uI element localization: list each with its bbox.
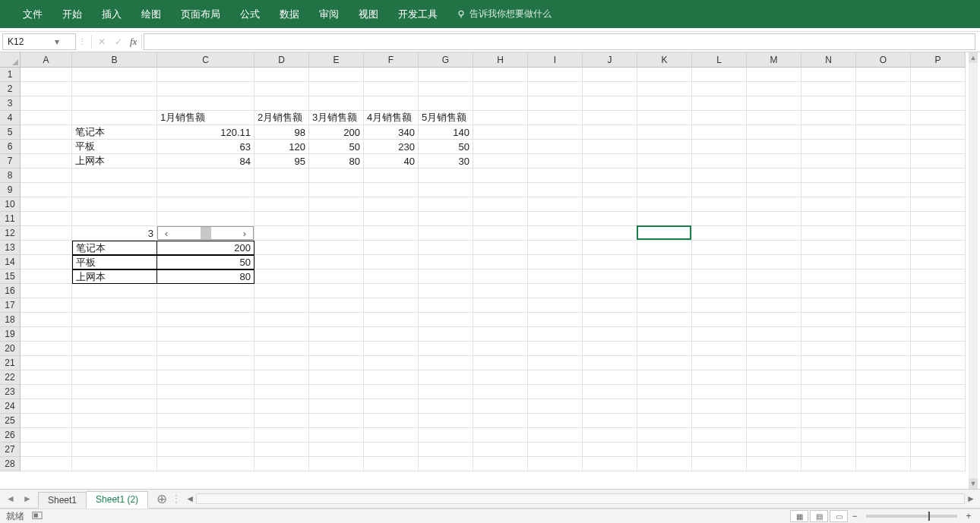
cell-I23[interactable]	[528, 385, 583, 399]
cell-N16[interactable]	[801, 284, 856, 298]
cell-F20[interactable]	[364, 342, 419, 356]
cell-C25[interactable]	[157, 414, 254, 428]
cell-N4[interactable]	[801, 111, 856, 125]
cell-L19[interactable]	[692, 327, 747, 342]
cell-F15[interactable]	[364, 269, 419, 284]
cell-P17[interactable]	[911, 298, 966, 313]
column-header-H[interactable]: H	[473, 52, 528, 68]
cell-P2[interactable]	[911, 82, 966, 96]
cell-N20[interactable]	[801, 342, 856, 356]
cell-A7[interactable]	[21, 154, 72, 169]
cell-N1[interactable]	[801, 68, 856, 82]
cell-D28[interactable]	[254, 457, 309, 471]
cell-P15[interactable]	[911, 269, 966, 284]
cell-I20[interactable]	[528, 342, 583, 356]
cell-P21[interactable]	[911, 356, 966, 370]
cell-K4[interactable]	[637, 111, 692, 125]
cell-M22[interactable]	[747, 370, 801, 385]
ribbon-tab-dev[interactable]: 开发工具	[389, 3, 447, 26]
row-header-10[interactable]: 10	[0, 197, 21, 212]
cell-C4[interactable]: 1月销售额	[157, 111, 254, 125]
cell-B1[interactable]	[72, 68, 157, 82]
cell-H22[interactable]	[473, 370, 528, 385]
cell-C11[interactable]	[157, 212, 254, 226]
cell-M3[interactable]	[747, 96, 801, 111]
cell-B20[interactable]	[72, 342, 157, 356]
cell-K16[interactable]	[637, 284, 692, 298]
cell-C26[interactable]	[157, 428, 254, 443]
cell-N11[interactable]	[801, 212, 856, 226]
cell-B13[interactable]: 笔记本	[72, 241, 157, 255]
cell-C2[interactable]	[157, 82, 254, 96]
cell-K19[interactable]	[637, 327, 692, 342]
cell-C27[interactable]	[157, 443, 254, 457]
row-header-9[interactable]: 9	[0, 183, 21, 197]
row-header-25[interactable]: 25	[0, 414, 21, 428]
view-pagebreak-button[interactable]: ▭	[830, 510, 848, 522]
cell-H21[interactable]	[473, 356, 528, 370]
row-header-23[interactable]: 23	[0, 385, 21, 399]
cell-O2[interactable]	[856, 82, 911, 96]
cell-B22[interactable]	[72, 370, 157, 385]
cell-K17[interactable]	[637, 298, 692, 313]
cell-E13[interactable]	[309, 241, 364, 255]
cell-E25[interactable]	[309, 414, 364, 428]
cell-L14[interactable]	[692, 255, 747, 269]
cell-O4[interactable]	[856, 111, 911, 125]
cell-F18[interactable]	[364, 313, 419, 327]
cell-C7[interactable]: 84	[157, 154, 254, 169]
row-header-7[interactable]: 7	[0, 154, 21, 169]
cell-N15[interactable]	[801, 269, 856, 284]
cell-I3[interactable]	[528, 96, 583, 111]
cell-I27[interactable]	[528, 443, 583, 457]
tellme[interactable]: 告诉我你想要做什么	[456, 8, 552, 20]
cell-C9[interactable]	[157, 183, 254, 197]
cell-J18[interactable]	[583, 313, 637, 327]
cell-A17[interactable]	[21, 298, 72, 313]
cell-K10[interactable]	[637, 197, 692, 212]
cell-C21[interactable]	[157, 356, 254, 370]
cell-D17[interactable]	[254, 298, 309, 313]
chevron-left-icon[interactable]: ‹	[158, 227, 175, 240]
cell-L18[interactable]	[692, 313, 747, 327]
cell-M19[interactable]	[747, 327, 801, 342]
cell-M1[interactable]	[747, 68, 801, 82]
cell-A5[interactable]	[21, 125, 72, 140]
cell-G13[interactable]	[419, 241, 473, 255]
cell-I9[interactable]	[528, 183, 583, 197]
cell-I18[interactable]	[528, 313, 583, 327]
cell-J7[interactable]	[583, 154, 637, 169]
cell-I5[interactable]	[528, 125, 583, 140]
cell-F10[interactable]	[364, 197, 419, 212]
cell-J8[interactable]	[583, 169, 637, 183]
row-header-21[interactable]: 21	[0, 356, 21, 370]
cell-K12[interactable]	[637, 226, 692, 241]
cell-O3[interactable]	[856, 96, 911, 111]
cell-I8[interactable]	[528, 169, 583, 183]
cell-P22[interactable]	[911, 370, 966, 385]
scroll-down-icon[interactable]: ▼	[969, 478, 978, 489]
cell-P10[interactable]	[911, 197, 966, 212]
cell-G14[interactable]	[419, 255, 473, 269]
cell-I25[interactable]	[528, 414, 583, 428]
cell-I7[interactable]	[528, 154, 583, 169]
cell-M10[interactable]	[747, 197, 801, 212]
cell-N21[interactable]	[801, 356, 856, 370]
cell-O12[interactable]	[856, 226, 911, 241]
cell-B27[interactable]	[72, 443, 157, 457]
cell-M23[interactable]	[747, 385, 801, 399]
cell-E5[interactable]: 200	[309, 125, 364, 140]
cell-L27[interactable]	[692, 443, 747, 457]
ribbon-tab-data[interactable]: 数据	[270, 3, 308, 26]
cell-G1[interactable]	[419, 68, 473, 82]
cell-G25[interactable]	[419, 414, 473, 428]
cell-B5[interactable]: 笔记本	[72, 125, 157, 140]
cell-A11[interactable]	[21, 212, 72, 226]
row-header-22[interactable]: 22	[0, 370, 21, 385]
cell-M24[interactable]	[747, 399, 801, 414]
cell-H28[interactable]	[473, 457, 528, 471]
column-header-C[interactable]: C	[157, 52, 254, 68]
cell-J16[interactable]	[583, 284, 637, 298]
cell-C24[interactable]	[157, 399, 254, 414]
cell-F23[interactable]	[364, 385, 419, 399]
